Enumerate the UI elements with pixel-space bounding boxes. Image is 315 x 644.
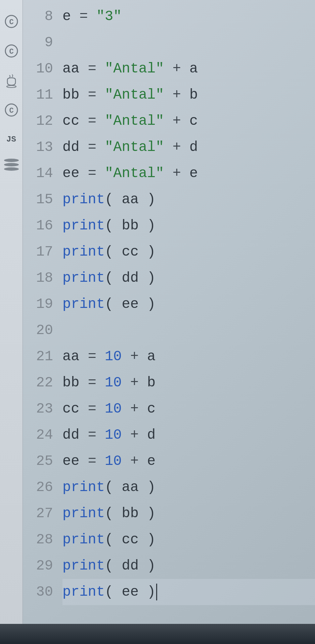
line-number: 22 [23, 370, 53, 396]
code-token-func: print [62, 584, 105, 600]
code-token-ident: b [147, 375, 155, 391]
code-token-op: = [88, 165, 105, 181]
code-token-op: + [164, 113, 189, 129]
code-line[interactable]: bb = 10 + b [62, 370, 315, 396]
code-token-ident: cc [122, 244, 138, 260]
code-line[interactable] [62, 317, 315, 343]
svg-point-4 [7, 86, 16, 88]
code-token-number: 10 [105, 348, 122, 365]
code-line[interactable] [62, 30, 315, 56]
code-token-number: 10 [105, 427, 122, 443]
line-number: 28 [23, 527, 53, 553]
line-number: 26 [23, 474, 53, 500]
code-token-ident: c [189, 113, 198, 129]
code-token-paren: ( [105, 479, 122, 495]
code-token-string: "Antal" [105, 87, 164, 103]
js-label[interactable]: JS [6, 135, 16, 144]
code-line[interactable]: dd = "Antal" + d [62, 134, 315, 160]
code-line[interactable]: print( bb ) [62, 213, 315, 239]
code-line[interactable]: cc = 10 + c [62, 396, 315, 422]
code-editor[interactable]: 8910111213141516171819202122232425262728… [23, 0, 315, 644]
code-line[interactable]: aa = "Antal" + a [62, 56, 315, 82]
svg-text:C: C [9, 48, 13, 56]
code-line[interactable]: print( cc ) [62, 239, 315, 265]
code-token-ident: a [189, 61, 198, 77]
line-number: 25 [23, 448, 53, 474]
code-line[interactable]: dd = 10 + d [62, 422, 315, 448]
line-number: 15 [23, 186, 53, 213]
code-token-ident: aa [122, 479, 138, 495]
code-token-ident: dd [122, 558, 138, 574]
code-text-area[interactable]: e = "3"aa = "Antal" + abb = "Antal" + bc… [60, 0, 315, 644]
code-token-ident: bb [62, 375, 88, 391]
code-token-string: "Antal" [105, 139, 164, 155]
code-token-paren: ) [139, 218, 155, 234]
line-number: 13 [23, 134, 53, 160]
code-line[interactable]: print( dd ) [62, 265, 315, 291]
code-token-func: print [62, 244, 105, 260]
code-token-ident: aa [62, 61, 88, 77]
code-line[interactable]: print( aa ) [62, 474, 315, 500]
code-token-func: print [62, 505, 105, 522]
code-token-op: = [88, 453, 105, 469]
code-token-ident: b [189, 87, 198, 103]
line-number: 23 [23, 396, 53, 422]
text-cursor [156, 584, 157, 600]
code-line[interactable]: print( cc ) [62, 527, 315, 553]
line-number: 24 [23, 422, 53, 448]
code-line[interactable]: ee = "Antal" + e [62, 160, 315, 186]
language-sidebar: C C C JS [0, 0, 23, 644]
code-line[interactable]: print( bb ) [62, 500, 315, 527]
c-lang-icon[interactable]: C [3, 13, 19, 30]
code-line[interactable]: print( ee ) [62, 291, 315, 317]
code-token-paren: ) [139, 296, 155, 312]
java-icon[interactable] [3, 72, 19, 89]
code-token-ident: aa [62, 348, 88, 365]
code-line[interactable]: print( aa ) [62, 186, 315, 213]
line-number: 8 [23, 3, 53, 30]
code-token-paren: ) [139, 192, 155, 208]
code-token-number: 10 [105, 375, 122, 391]
code-token-op: + [122, 348, 147, 365]
code-token-paren: ) [139, 532, 155, 548]
code-token-paren: ) [139, 479, 155, 495]
line-number: 18 [23, 265, 53, 291]
code-token-string: "Antal" [105, 165, 164, 181]
code-token-paren: ( [105, 584, 122, 600]
code-line[interactable]: print( dd ) [62, 553, 315, 579]
database-icon[interactable] [4, 157, 19, 172]
code-token-ident: bb [62, 87, 88, 103]
code-line[interactable]: cc = "Antal" + c [62, 108, 315, 134]
code-token-ident: bb [122, 218, 138, 234]
code-token-ident: ee [62, 165, 88, 181]
code-token-op: + [122, 401, 147, 417]
code-token-op: = [88, 61, 105, 77]
code-line[interactable]: print( ee ) [62, 579, 315, 605]
code-token-op: + [164, 61, 189, 77]
csharp-icon[interactable]: C [3, 43, 19, 59]
code-token-ident: dd [62, 139, 88, 155]
code-token-string: "Antal" [105, 61, 164, 77]
code-token-ident: d [147, 427, 155, 443]
code-line[interactable]: ee = 10 + e [62, 448, 315, 474]
code-token-op: = [88, 375, 105, 391]
line-number: 30 [23, 579, 53, 605]
code-token-ident: dd [122, 270, 138, 286]
code-line[interactable]: aa = 10 + a [62, 343, 315, 370]
code-token-ident: cc [122, 532, 138, 548]
code-token-paren: ( [105, 244, 122, 260]
code-token-paren: ) [139, 244, 155, 260]
code-token-ident: a [147, 348, 155, 365]
svg-text:C: C [9, 18, 13, 26]
code-token-ident: ee [122, 584, 138, 600]
bottom-bar [0, 624, 315, 644]
code-token-paren: ) [139, 558, 155, 574]
code-line[interactable]: e = "3" [62, 3, 315, 30]
code-token-paren: ( [105, 218, 122, 234]
code-token-op: + [122, 375, 147, 391]
code-token-func: print [62, 532, 105, 548]
cpp-icon[interactable]: C [3, 102, 19, 118]
code-line[interactable]: bb = "Antal" + b [62, 82, 315, 108]
code-token-paren: ( [105, 296, 122, 312]
code-token-paren: ( [105, 192, 122, 208]
